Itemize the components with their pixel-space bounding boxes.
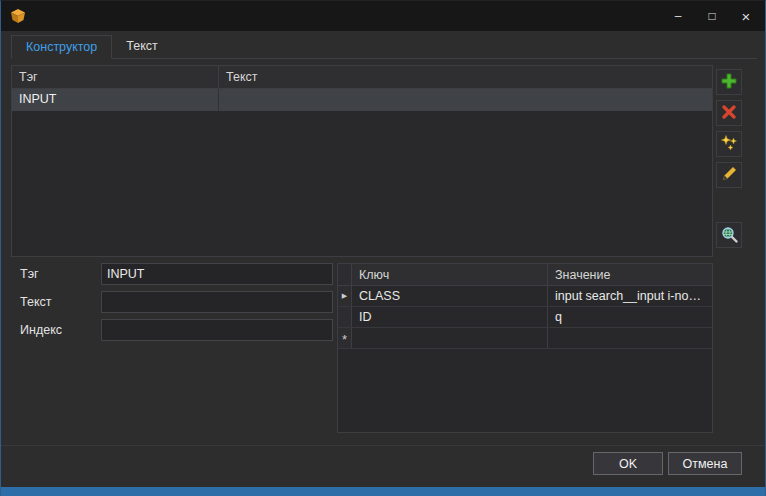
titlebar: – □ ×: [1, 1, 765, 31]
value-cell: input search__input i-no-right-ra...: [548, 286, 712, 306]
key-cell: CLASS: [352, 286, 548, 306]
side-toolbar: [716, 69, 743, 248]
detail-form: Тэг Текст Индекс: [11, 263, 333, 347]
element-table-header: Тэг Текст: [12, 66, 712, 89]
form-row-index: Индекс: [11, 319, 333, 341]
magic-pick-button[interactable]: [716, 131, 742, 157]
tabstrip: Конструктор Текст: [11, 35, 757, 59]
index-input[interactable]: [101, 319, 333, 341]
tab-constructor[interactable]: Конструктор: [11, 35, 112, 59]
edit-button[interactable]: [716, 162, 742, 188]
new-row-marker: *: [338, 328, 352, 348]
column-header-text[interactable]: Текст: [219, 66, 712, 88]
add-button[interactable]: [716, 69, 742, 95]
grid-row-class[interactable]: ▶ CLASS input search__input i-no-right-r…: [338, 286, 712, 307]
table-row[interactable]: INPUT: [12, 89, 712, 111]
grid-row-id[interactable]: ID q: [338, 307, 712, 328]
index-label: Индекс: [11, 323, 101, 337]
delete-button[interactable]: [716, 100, 742, 126]
gutter-header: [338, 264, 352, 285]
text-label: Текст: [11, 295, 101, 309]
tag-label: Тэг: [11, 267, 101, 281]
app-icon: [10, 8, 26, 24]
text-input[interactable]: [101, 291, 333, 313]
close-button[interactable]: ×: [729, 1, 763, 31]
edit-pencil-icon: [721, 165, 738, 185]
magic-pick-icon: [720, 134, 738, 155]
attributes-grid: Ключ Значение ▶ CLASS input search__inpu…: [337, 263, 713, 433]
grid-row-new[interactable]: *: [338, 328, 712, 349]
tag-input[interactable]: [101, 263, 333, 285]
form-row-tag: Тэг: [11, 263, 333, 285]
window-bottom-border: [1, 487, 765, 496]
attributes-grid-header: Ключ Значение: [338, 264, 712, 286]
footer-divider: [1, 445, 765, 446]
cell-text: [219, 89, 712, 111]
form-row-text: Текст: [11, 291, 333, 313]
ok-button[interactable]: OK: [593, 452, 663, 475]
search-web-icon: [720, 225, 738, 246]
column-header-tag[interactable]: Тэг: [12, 66, 219, 88]
cancel-button[interactable]: Отмена: [668, 452, 742, 475]
key-cell: [352, 328, 548, 348]
cell-tag: INPUT: [12, 89, 219, 111]
value-cell: q: [548, 307, 712, 327]
row-marker: ▶: [338, 286, 352, 306]
maximize-button[interactable]: □: [695, 1, 729, 31]
search-web-button[interactable]: [716, 222, 742, 248]
minimize-button[interactable]: –: [661, 1, 695, 31]
element-table: Тэг Текст INPUT: [11, 65, 713, 257]
tab-text[interactable]: Текст: [112, 35, 171, 59]
column-header-value[interactable]: Значение: [548, 264, 712, 285]
value-cell: [548, 328, 712, 348]
column-header-key[interactable]: Ключ: [352, 264, 548, 285]
key-cell: ID: [352, 307, 548, 327]
delete-icon: [721, 104, 737, 123]
add-icon: [720, 72, 738, 93]
app-window: – □ × Конструктор Текст Тэг Текст INPUT: [0, 0, 766, 496]
row-marker: [338, 307, 352, 327]
